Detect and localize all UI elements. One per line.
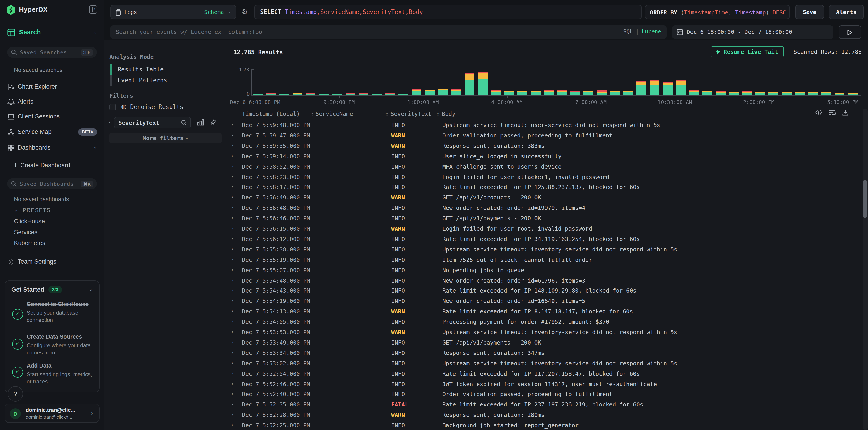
histogram-bar[interactable] [345, 93, 355, 95]
expand-row-icon[interactable]: › [231, 195, 234, 200]
histogram-bar[interactable] [385, 93, 395, 95]
denoise-checkbox[interactable] [110, 104, 116, 110]
log-row[interactable]: ›Dec 7 5:53:49.000 PMINFOGET /api/v1/pay… [228, 338, 862, 348]
sidebar-item-client-sessions[interactable]: Client Sessions [0, 111, 103, 123]
log-row[interactable]: ›Dec 7 5:53:34.000 PMINFOResponse sent, … [228, 348, 862, 359]
log-row[interactable]: ›Dec 7 5:56:12.000 PMINFORate limit exce… [228, 234, 862, 244]
log-row[interactable]: ›Dec 7 5:58:17.000 PMINFORate limit exce… [228, 183, 862, 193]
histogram-bar[interactable] [253, 93, 262, 95]
drag-handle-icon[interactable]: ∷ [385, 111, 388, 117]
histogram-bar[interactable] [292, 93, 302, 95]
help-button[interactable]: ? [8, 386, 23, 401]
expand-row-icon[interactable]: › [231, 226, 234, 231]
log-row[interactable]: ›Dec 7 5:56:49.000 PMWARNGET /api/v1/pro… [228, 193, 862, 203]
histogram-bar[interactable] [637, 81, 646, 95]
expand-row-icon[interactable]: › [231, 184, 234, 189]
scrollbar-thumb[interactable] [863, 180, 867, 218]
scrollbar-track[interactable] [863, 108, 868, 430]
log-row[interactable]: ›Dec 7 5:59:48.000 PMINFOUpstream servic… [228, 120, 862, 131]
histogram-bar[interactable] [544, 91, 554, 95]
log-row[interactable]: ›Dec 7 5:56:48.000 PMINFONew order creat… [228, 203, 862, 213]
severity-filter-field[interactable]: SeverityText [114, 117, 191, 128]
histogram-bar[interactable] [491, 91, 501, 95]
column-header-severitytext[interactable]: ∷SeverityText [385, 110, 432, 117]
log-row[interactable]: ›Dec 7 5:58:23.000 PMINFOLogin failed fo… [228, 172, 862, 183]
histogram-bar[interactable] [319, 93, 329, 95]
expand-row-icon[interactable]: › [231, 308, 234, 313]
column-header-body[interactable]: ∷Body [436, 110, 455, 117]
create-dashboard-button[interactable]: + Create Dashboard [0, 159, 103, 171]
code-view-icon[interactable] [815, 109, 822, 116]
log-row[interactable]: ›Dec 7 5:59:47.000 PMWARNOrder validatio… [228, 131, 862, 141]
expand-row-icon[interactable]: › [231, 246, 234, 252]
lucene-search-input[interactable]: Search your events w/ Lucene ex. column:… [111, 25, 667, 39]
column-header-timestamp[interactable]: Timestamp (Local) [242, 110, 300, 117]
expand-row-icon[interactable]: › [231, 422, 234, 427]
histogram-bar[interactable] [359, 93, 368, 95]
log-row[interactable]: ›Dec 7 5:52:28.000 PMWARNResponse sent, … [228, 410, 862, 421]
sql-toggle[interactable]: SQL [623, 29, 633, 35]
expand-row-icon[interactable]: › [231, 267, 234, 272]
expand-row-icon[interactable]: › [231, 205, 234, 210]
log-row[interactable]: ›Dec 7 5:55:38.000 PMINFOUpstream servic… [228, 244, 862, 255]
histogram-bar[interactable] [465, 73, 474, 95]
histogram-bar[interactable] [782, 92, 792, 95]
query-language-toggle[interactable]: SQL|Lucene [623, 29, 661, 35]
log-row[interactable]: ›Dec 7 5:52:35.000 PMFATALRate limit exc… [228, 400, 862, 410]
expand-row-icon[interactable]: › [231, 412, 234, 417]
download-icon[interactable] [842, 109, 848, 116]
collapse-sidebar-icon[interactable] [89, 5, 97, 13]
log-row[interactable]: ›Dec 7 5:54:05.000 PMINFOProcessing paym… [228, 317, 862, 327]
histogram-bar[interactable] [729, 92, 739, 95]
wrap-lines-icon[interactable] [829, 109, 836, 116]
histogram-bar[interactable] [703, 91, 712, 95]
drag-handle-icon[interactable]: ∷ [310, 111, 313, 117]
expand-row-icon[interactable]: › [231, 298, 234, 303]
more-filters-button[interactable]: More filters › [110, 133, 222, 143]
resume-live-tail-button[interactable]: Resume Live Tail [710, 46, 784, 58]
chevron-up-icon[interactable]: › [88, 289, 94, 292]
expand-row-icon[interactable]: › [231, 391, 234, 396]
histogram-bar[interactable] [742, 92, 752, 95]
log-row[interactable]: ›Dec 7 5:54:13.000 PMWARNRate limit exce… [228, 306, 862, 317]
histogram-bar[interactable] [425, 89, 434, 95]
log-row[interactable]: ›Dec 7 5:55:19.000 PMINFOItem 7525 out o… [228, 255, 862, 265]
expand-row-icon[interactable]: › [231, 122, 234, 127]
expand-row-icon[interactable]: › [231, 381, 234, 386]
histogram-bar[interactable] [372, 93, 381, 95]
sidebar-item-service-map[interactable]: Service Map BETA [0, 126, 103, 138]
expand-row-icon[interactable]: › [231, 277, 234, 283]
log-row[interactable]: ›Dec 7 5:54:48.000 PMINFONew order creat… [228, 275, 862, 286]
histogram-bar[interactable] [306, 93, 315, 95]
expand-row-icon[interactable]: › [231, 339, 234, 344]
log-row[interactable]: ›Dec 7 5:59:14.000 PMINFOUser alice_w lo… [228, 151, 862, 162]
select-query-input[interactable]: SELECT Timestamp,ServiceName,SeverityTex… [254, 5, 642, 19]
tab-event-patterns[interactable]: Event Patterns [111, 75, 219, 86]
log-row[interactable]: ›Dec 7 5:56:15.000 PMWARNLogin failed fo… [228, 224, 862, 234]
histogram-bar[interactable] [689, 91, 699, 95]
log-row[interactable]: ›Dec 7 5:55:07.000 PMINFONo pending jobs… [228, 265, 862, 275]
log-row[interactable]: ›Dec 7 5:59:35.000 PMWARNResponse sent, … [228, 141, 862, 152]
expand-row-icon[interactable]: › [231, 319, 234, 324]
expand-row-icon[interactable]: › [231, 370, 234, 375]
date-range-picker[interactable]: Dec 6 18:00:00 - Dec 7 18:00:00 [672, 25, 833, 39]
expand-row-icon[interactable]: › [231, 132, 234, 137]
expand-row-icon[interactable]: › [231, 257, 234, 262]
histogram-bar[interactable] [518, 91, 527, 95]
histogram-bar[interactable] [438, 89, 448, 95]
histogram-bar[interactable] [808, 92, 818, 95]
preset-clickhouse[interactable]: ClickHouse [14, 218, 45, 225]
source-select[interactable]: Logs Schema › [111, 5, 236, 19]
chevron-right-icon[interactable]: › [107, 119, 111, 125]
histogram-bar[interactable] [412, 89, 421, 95]
histogram-bar[interactable] [266, 93, 276, 95]
log-row[interactable]: ›Dec 7 5:54:19.000 PMINFONew order creat… [228, 296, 862, 307]
pin-icon[interactable] [210, 119, 217, 126]
get-started-step[interactable]: Create Data Sources Configure where your… [10, 333, 95, 357]
log-row[interactable]: ›Dec 7 5:54:43.000 PMINFORate limit exce… [228, 286, 862, 296]
sidebar-item-chart-explorer[interactable]: Chart Explorer [0, 81, 103, 93]
histogram-bar[interactable] [584, 91, 593, 95]
run-query-button[interactable] [839, 25, 861, 39]
log-row[interactable]: ›Dec 7 5:56:46.000 PMINFOGET /api/v1/pay… [228, 213, 862, 224]
expand-row-icon[interactable]: › [231, 329, 234, 334]
